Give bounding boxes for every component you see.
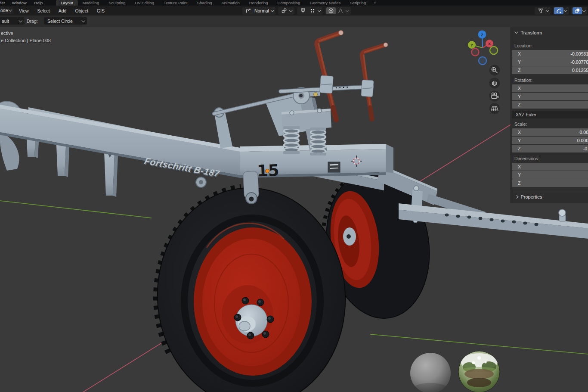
drag-tool-dropdown[interactable]: Select Circle	[44, 17, 87, 25]
mode-dropdown[interactable]: ode	[0, 7, 13, 14]
hitch-ball	[559, 209, 566, 216]
topbar: der Window Help Layout Modeling Sculptin…	[0, 0, 588, 6]
tab-animation[interactable]: Animation	[217, 0, 244, 6]
transform-panel-header[interactable]: Transform	[514, 30, 542, 35]
yellow-bolt	[314, 93, 318, 96]
rotation-label: Rotation:	[514, 78, 532, 83]
panel-separator	[511, 191, 588, 191]
menu-render-fragment[interactable]: der	[0, 0, 8, 6]
frame-label-plate	[328, 162, 340, 172]
matte-sphere[interactable]	[410, 353, 451, 392]
viewport-header: ode View Select Add Object GIS Normal	[0, 6, 588, 16]
rotation-y-field[interactable]: Y	[512, 93, 588, 100]
pan-hand-button[interactable]	[489, 78, 500, 89]
dimensions-label: Dimensions:	[514, 156, 539, 161]
tab-scripting[interactable]: Scripting	[345, 0, 371, 6]
falloff-curve-icon	[336, 7, 345, 14]
workspace-tabs: Layout Modeling Sculpting UV Editing Tex…	[56, 0, 379, 6]
dimensions-z-field[interactable]: Z	[512, 179, 588, 187]
scale-label: Scale:	[514, 121, 527, 127]
tab-rendering[interactable]: Rendering	[244, 0, 273, 6]
snap-magnet-icon[interactable]	[298, 7, 308, 14]
menu-object[interactable]: Object	[71, 8, 92, 13]
gizmos-toggle-group[interactable]	[553, 7, 569, 15]
menu-help[interactable]: Help	[31, 0, 47, 6]
nav-gizmo[interactable]: Z X Y	[468, 31, 498, 65]
properties-panel-header[interactable]: Properties	[514, 194, 542, 199]
rotation-x-field[interactable]: X	[512, 84, 588, 92]
scale-y-field[interactable]: Y-0.000	[512, 137, 588, 144]
menu-gis[interactable]: GIS	[93, 8, 109, 13]
view-name-label: ective	[1, 31, 13, 36]
location-z-field[interactable]: Z0.01255	[512, 66, 588, 74]
overlays-toggle-group[interactable]	[571, 7, 588, 15]
tool-settings-spacer	[82, 16, 588, 27]
tab-layout[interactable]: Layout	[56, 0, 78, 6]
pivot-point-dropdown[interactable]	[278, 7, 294, 15]
tool-preset-dropdown[interactable]: ault	[0, 17, 24, 25]
menu-window[interactable]: Window	[8, 0, 31, 6]
rotation-z-field[interactable]: Z	[512, 101, 588, 109]
dimensions-x-field[interactable]: X	[512, 163, 588, 171]
gizmo-axis-neg-z[interactable]	[479, 57, 486, 65]
orientation-icon	[244, 7, 253, 14]
object-type-visibility-dropdown[interactable]	[535, 7, 551, 15]
tab-texture-paint[interactable]: Texture Paint	[159, 0, 192, 6]
tab-geometry-nodes[interactable]: Geometry Nodes	[305, 0, 345, 6]
tab-compositing[interactable]: Compositing	[273, 0, 305, 6]
coil-spring	[283, 126, 300, 154]
overlays-icon[interactable]	[573, 7, 582, 14]
tab-sculpting[interactable]: Sculpting	[104, 0, 130, 6]
drag-label: Drag:	[27, 19, 38, 24]
tool-settings-bar: ault Drag: Select Circle	[0, 16, 588, 27]
menu-view[interactable]: View	[15, 8, 33, 13]
snap-target-icon[interactable]	[308, 7, 317, 14]
location-y-field[interactable]: Y-0.00770	[512, 58, 588, 66]
object-origin-dot	[266, 169, 269, 173]
gizmo-axis-neg-y[interactable]	[490, 47, 498, 54]
location-x-field[interactable]: X-0.00931	[512, 50, 588, 58]
filter-funnel-icon	[536, 7, 545, 14]
dimensions-y-field[interactable]: Y	[512, 171, 588, 179]
handlebar-left[interactable]	[317, 31, 344, 120]
active-object-breadcrumb: e Collection | Plane.008	[1, 38, 51, 43]
viewport-3d[interactable]: Fortschritt B-187 Fortschritt B-187 15	[0, 0, 588, 392]
proportional-editing-icon[interactable]	[326, 7, 336, 14]
scale-z-field[interactable]: Z-0.	[512, 145, 588, 152]
axis-line-y-left	[0, 201, 152, 218]
rotation-mode-dropdown[interactable]: XYZ Euler	[512, 111, 588, 118]
frame-mast[interactable]	[214, 87, 331, 156]
menu-select[interactable]: Select	[33, 8, 54, 13]
sidebar-transform-panel: Transform Location: X-0.00931 Y-0.00770 …	[511, 27, 588, 203]
add-workspace-button[interactable]: +	[371, 0, 379, 6]
svg-text:Z: Z	[481, 33, 483, 37]
svg-text:Y: Y	[470, 43, 473, 47]
transform-orientation-dropdown[interactable]: Normal	[242, 7, 275, 15]
svg-text:X: X	[488, 42, 491, 46]
coil-spring	[310, 128, 326, 156]
location-label: Location:	[514, 43, 533, 48]
hdri-sphere[interactable]	[458, 351, 500, 392]
pivot-point-icon	[279, 7, 289, 14]
ortho-grid-button[interactable]	[489, 103, 500, 114]
proportional-editing-controls[interactable]	[325, 7, 351, 15]
menu-add[interactable]: Add	[54, 8, 71, 13]
tab-shading[interactable]: Shading	[192, 0, 217, 6]
scale-x-field[interactable]: X-0.00	[512, 128, 588, 136]
camera-view-button[interactable]	[489, 91, 500, 102]
tab-uv-editing[interactable]: UV Editing	[130, 0, 159, 6]
gizmo-axis-neg-x[interactable]	[472, 49, 479, 56]
snap-controls[interactable]	[297, 7, 323, 15]
tab-modeling[interactable]: Modeling	[78, 0, 104, 6]
gizmos-icon[interactable]	[554, 7, 563, 14]
front-wheel[interactable]	[150, 181, 353, 392]
zoom-button[interactable]	[489, 65, 500, 76]
